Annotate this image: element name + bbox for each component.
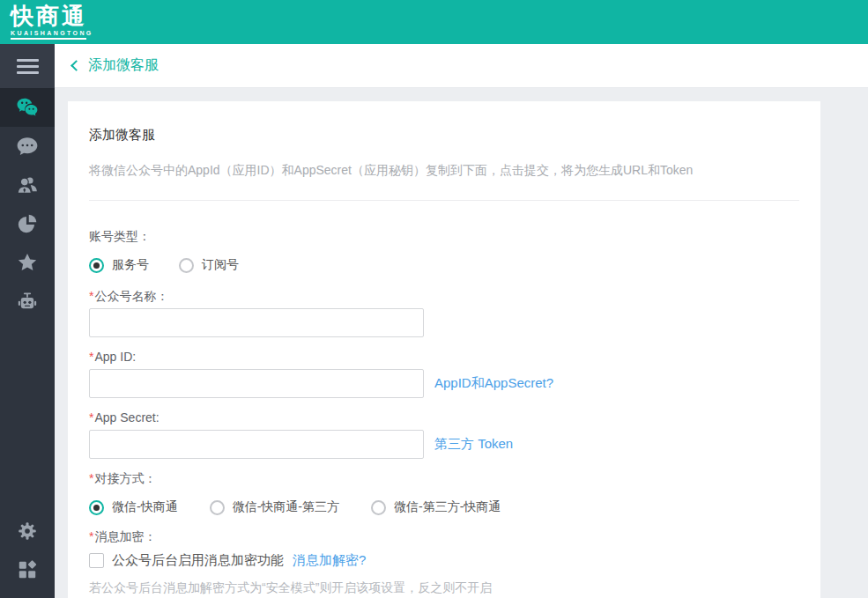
form-card: 添加微客服 将微信公众号中的AppId（应用ID）和AppSecret（应用秘钥…	[68, 101, 820, 598]
sidebar	[0, 44, 55, 598]
encryption-checkbox[interactable]	[89, 553, 104, 568]
sidebar-item-chat[interactable]	[0, 127, 55, 166]
chevron-left-icon	[70, 60, 82, 71]
contacts-icon	[16, 173, 39, 196]
menu-icon	[17, 59, 39, 62]
radio-icon	[371, 500, 386, 515]
brand-logo-text: 快商通	[11, 4, 93, 27]
apps-icon	[16, 558, 39, 581]
divider	[89, 200, 799, 201]
sidebar-item-apps[interactable]	[0, 550, 55, 589]
chat-icon	[16, 135, 39, 158]
brand-logo: 快商通 KUAISHANGTONG	[11, 4, 93, 40]
app-id-help-link[interactable]: AppID和AppSecret?	[434, 375, 553, 392]
encryption-note: 若公众号后台消息加解密方式为“安全模式”则开启该项设置，反之则不开启	[89, 579, 799, 596]
sidebar-item-stats[interactable]	[0, 204, 55, 243]
content-area: 添加微客服 将微信公众号中的AppId（应用ID）和AppSecret（应用秘钥…	[55, 88, 868, 598]
radio-icon	[210, 500, 225, 515]
form-description: 将微信公众号中的AppId（应用ID）和AppSecret（应用秘钥）复制到下面…	[89, 161, 799, 179]
form-title: 添加微客服	[89, 126, 799, 144]
radio-service-account[interactable]: 服务号	[89, 257, 149, 273]
encryption-help-link[interactable]: 消息加解密?	[293, 552, 366, 569]
account-name-input[interactable]	[89, 308, 424, 337]
account-type-label: 账号类型：	[89, 227, 799, 245]
brand-logo-subtext: KUAISHANGTONG	[11, 30, 93, 36]
radio-wechat-kst-thirdparty[interactable]: 微信-快商通-第三方	[210, 499, 339, 515]
app-header: 快商通 KUAISHANGTONG	[0, 0, 868, 44]
app-secret-row: 第三方 Token	[89, 430, 799, 459]
sidebar-nav	[0, 88, 55, 321]
radio-subscription-account[interactable]: 订阅号	[179, 257, 239, 273]
gear-icon	[16, 520, 39, 543]
connect-mode-group: 微信-快商通 微信-快商通-第三方 微信-第三方-快商通	[89, 499, 799, 515]
sidebar-item-favorites[interactable]	[0, 243, 55, 282]
sidebar-item-wechat[interactable]	[0, 88, 55, 127]
back-button[interactable]: 添加微客服	[72, 56, 159, 75]
sidebar-item-robot[interactable]	[0, 282, 55, 321]
app-root: 快商通 KUAISHANGTONG	[0, 0, 868, 598]
brand-logo-underline	[11, 38, 86, 40]
wechat-icon	[16, 96, 39, 119]
pie-chart-icon	[16, 212, 39, 235]
account-type-group: 服务号 订阅号	[89, 257, 799, 273]
breadcrumb-bar: 添加微客服	[55, 44, 868, 88]
page-title: 添加微客服	[88, 56, 159, 75]
radio-icon	[89, 258, 104, 273]
radio-icon	[179, 258, 194, 273]
app-secret-input[interactable]	[89, 430, 424, 459]
encryption-row: 公众号后台启用消息加密功能 消息加解密?	[89, 552, 799, 569]
menu-toggle-button[interactable]	[0, 44, 55, 88]
app-id-label: *App ID:	[89, 348, 799, 365]
sidebar-bottom	[0, 512, 55, 589]
radio-icon	[89, 500, 104, 515]
sidebar-item-settings[interactable]	[0, 512, 55, 550]
radio-wechat-kst[interactable]: 微信-快商通	[89, 499, 178, 515]
account-name-label: *公众号名称：	[89, 287, 799, 305]
third-party-token-link[interactable]: 第三方 Token	[434, 436, 513, 453]
sidebar-item-contacts[interactable]	[0, 166, 55, 204]
star-icon	[16, 251, 39, 274]
app-id-row: AppID和AppSecret?	[89, 369, 799, 398]
encryption-checkbox-label: 公众号后台启用消息加密功能	[112, 552, 284, 569]
connect-mode-label: *对接方式：	[89, 469, 799, 487]
radio-wechat-thirdparty-kst[interactable]: 微信-第三方-快商通	[371, 499, 501, 515]
robot-icon	[16, 290, 39, 313]
encryption-label: *消息加密：	[89, 528, 799, 545]
app-id-input[interactable]	[89, 369, 424, 398]
app-secret-label: *App Secret:	[89, 409, 799, 426]
